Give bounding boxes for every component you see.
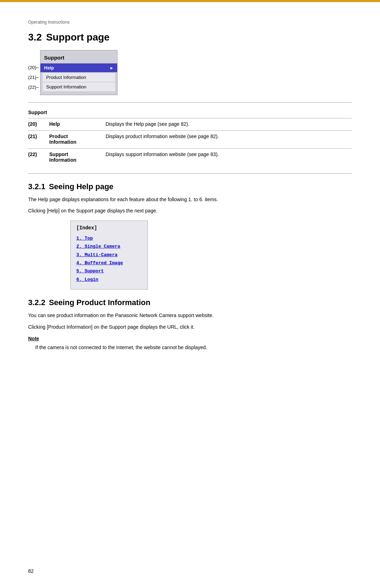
support-desc-table: (20) Help Displays the Help page (see pa…: [28, 118, 352, 166]
row-22-name: SupportInformation: [49, 149, 106, 167]
index-link-4[interactable]: 4. Buffered Image: [76, 259, 142, 267]
row-22-number: (22): [28, 149, 49, 167]
section-322-title: Seeing Product Information: [49, 298, 150, 307]
table-row-21: (21) ProductInformation Displays product…: [28, 131, 352, 149]
index-link-2[interactable]: 2. Single Camera: [76, 242, 142, 250]
table-row-22: (22) SupportInformation Displays support…: [28, 149, 352, 167]
index-links: 1. Top 2. Single Camera 3. Multi-Camera …: [76, 234, 142, 284]
menu-item-product-info[interactable]: Product Information: [43, 73, 115, 82]
row-21-desc: Displays product information website (se…: [106, 131, 352, 149]
menu-labels: (20)– (21)– (22)–: [28, 50, 40, 92]
menu-item-support-info[interactable]: Support Information: [43, 82, 115, 91]
section-321-heading: 3.2.1 Seeing Help page: [28, 182, 352, 191]
menu-item-support-info-label: Support Information: [46, 84, 86, 89]
section-32-number: 3.2: [28, 32, 42, 43]
divider-2: [28, 173, 352, 174]
support-menu: Support Help ► Product Information Suppo…: [40, 50, 118, 95]
divider-1: [28, 102, 352, 103]
section-321-number: 3.2.1: [28, 182, 45, 191]
breadcrumb: Operating Instructions: [28, 20, 352, 25]
note-text: If the camera is not connected to the In…: [35, 343, 352, 351]
index-link-1[interactable]: 1. Top: [76, 234, 142, 242]
section-322-body1: You can see product information on the P…: [28, 311, 352, 319]
row-20-name: Help: [49, 118, 106, 131]
row-21-number: (21): [28, 131, 49, 149]
menu-item-help-label: Help: [44, 65, 54, 70]
menu-label-22: (22)–: [28, 82, 40, 92]
table-row-20: (20) Help Displays the Help page (see pa…: [28, 118, 352, 131]
support-section-label: Support: [28, 110, 352, 115]
section-32-heading: 3.2 Support page: [28, 32, 352, 43]
index-link-6[interactable]: 6. Login: [76, 276, 142, 284]
menu-label-20: (20)–: [28, 63, 40, 72]
index-box: [Index] 1. Top 2. Single Camera 3. Multi…: [70, 221, 148, 290]
row-21-name: ProductInformation: [49, 131, 106, 149]
note-heading: Note: [28, 336, 352, 341]
top-bar: [0, 0, 380, 2]
section-321-body2: Clicking [Help] on the Support page disp…: [28, 207, 352, 215]
index-title: [Index]: [76, 225, 142, 231]
section-321-title: Seeing Help page: [49, 182, 113, 191]
index-link-5[interactable]: 5. Support: [76, 267, 142, 275]
section-322-heading: 3.2.2 Seeing Product Information: [28, 298, 352, 307]
support-menu-area: (20)– (21)– (22)– Support Help ► Product…: [28, 50, 352, 95]
row-20-number: (20): [28, 118, 49, 131]
menu-item-product-info-label: Product Information: [46, 75, 86, 80]
row-22-desc: Displays support information website (se…: [106, 149, 352, 167]
menu-label-21: (21)–: [28, 73, 40, 82]
section-321-body1: The Help page displays explanations for …: [28, 196, 352, 203]
section-322-body2: Clicking [Product Information] on the Su…: [28, 323, 352, 331]
index-link-3[interactable]: 3. Multi-Camera: [76, 251, 142, 259]
row-20-desc: Displays the Help page (see page 82).: [106, 118, 352, 131]
section-322-number: 3.2.2: [28, 298, 45, 307]
menu-item-help[interactable]: Help ►: [40, 63, 117, 72]
menu-arrow-icon: ►: [109, 66, 114, 70]
section-32-title: Support page: [46, 32, 109, 43]
page-number: 82: [28, 568, 34, 574]
support-menu-title: Support: [40, 53, 117, 63]
